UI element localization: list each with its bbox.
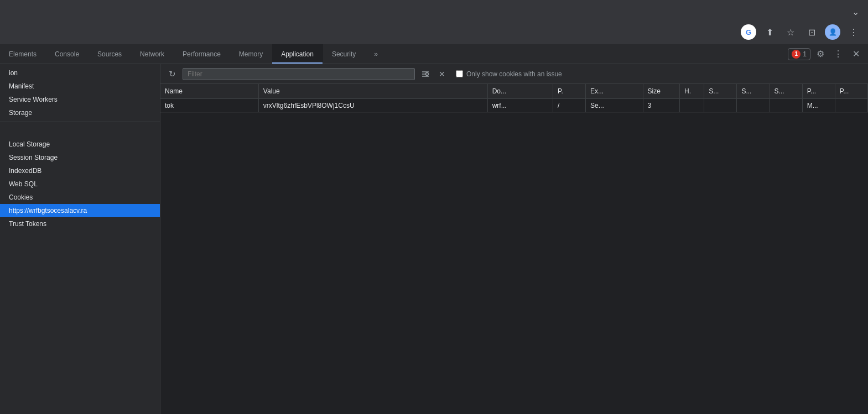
col-header-s2[interactable]: S... [737, 84, 770, 99]
sidebar: ion Manifest Service Workers Storage Loc… [0, 64, 160, 414]
sidebar-item-ion[interactable]: ion [0, 66, 160, 80]
cookies-data-table: Name Value Do... P. Ex... Size H. S... S… [160, 84, 868, 113]
main-content: ↻ ✕ Only show cookies with an issue [160, 64, 868, 414]
col-header-p1[interactable]: P... [802, 84, 835, 99]
cell-name: tok [160, 99, 258, 113]
sidebar-gap [0, 124, 160, 138]
sidebar-item-local-storage[interactable]: Local Storage [0, 138, 160, 151]
col-header-size[interactable]: Size [643, 84, 680, 99]
col-header-domain[interactable]: Do... [487, 84, 553, 99]
more-options-icon[interactable]: ⋮ [846, 24, 861, 40]
refresh-button[interactable]: ↻ [165, 67, 179, 81]
issue-filter-label[interactable]: Only show cookies with an issue [456, 70, 562, 78]
cell-value: vrxVltg6zhfEsbVPl8OWj1CcsU [258, 99, 487, 113]
col-header-path[interactable]: P. [553, 84, 585, 99]
tab-performance[interactable]: Performance [174, 44, 230, 64]
tab-application[interactable]: Application [272, 44, 323, 64]
clear-filter-button[interactable]: ✕ [436, 68, 448, 80]
filter-input[interactable] [183, 68, 415, 80]
issues-button[interactable]: 1 1 [788, 48, 810, 60]
col-header-name[interactable]: Name [160, 84, 258, 99]
cookies-toolbar: ↻ ✕ Only show cookies with an issue [160, 64, 868, 84]
tab-elements[interactable]: Elements [0, 44, 46, 64]
cell-h [680, 99, 704, 113]
devtools-more-icon[interactable]: ⋮ [830, 46, 846, 62]
devtools-body: ion Manifest Service Workers Storage Loc… [0, 64, 868, 414]
settings-icon[interactable]: ⚙ [813, 46, 828, 62]
cell-s [704, 99, 737, 113]
sidebar-item-web-sql[interactable]: Web SQL [0, 177, 160, 191]
layout-icon[interactable]: ⊡ [804, 24, 819, 40]
sidebar-item-storage[interactable]: Storage [0, 106, 160, 119]
table-header-row: Name Value Do... P. Ex... Size H. S... S… [160, 84, 868, 99]
bookmark-icon[interactable]: ☆ [783, 24, 798, 40]
sidebar-item-cookies[interactable]: Cookies [0, 191, 160, 204]
col-header-h[interactable]: H. [680, 84, 704, 99]
issue-count-label: 1 [803, 50, 807, 58]
tab-console[interactable]: Console [46, 44, 89, 64]
sidebar-item-session-storage[interactable]: Session Storage [0, 151, 160, 164]
browser-top-bar: ⌄ G ⬆ ☆ ⊡ 👤 ⋮ [0, 0, 868, 44]
tab-network[interactable]: Network [131, 44, 174, 64]
col-header-value[interactable]: Value [258, 84, 487, 99]
chevron-down-icon[interactable]: ⌄ [852, 7, 859, 17]
sidebar-item-manifest[interactable]: Manifest [0, 80, 160, 93]
devtools-tabs-bar: Elements Console Sources Network Perform… [0, 44, 868, 64]
filter-options-icon[interactable] [418, 67, 433, 81]
cell-path: / [553, 99, 585, 113]
col-header-s3[interactable]: S... [770, 84, 802, 99]
cell-s2 [737, 99, 770, 113]
cookies-table: Name Value Do... P. Ex... Size H. S... S… [160, 84, 868, 414]
issue-filter-checkbox[interactable] [456, 70, 463, 77]
sidebar-item-trust-tokens[interactable]: Trust Tokens [0, 217, 160, 230]
google-icon[interactable]: G [741, 24, 756, 40]
cell-p: M... [802, 99, 835, 113]
tab-security[interactable]: Security [323, 44, 365, 64]
sidebar-item-service-workers[interactable]: Service Workers [0, 93, 160, 106]
cell-expires: Se... [586, 99, 643, 113]
tab-more[interactable]: » [365, 44, 387, 64]
share-icon[interactable]: ⬆ [762, 24, 777, 40]
avatar[interactable]: 👤 [825, 24, 840, 40]
table-row[interactable]: tokvrxVltg6zhfEsbVPl8OWj1CcsUwrf.../Se..… [160, 99, 868, 113]
col-header-p2[interactable]: P... [835, 84, 867, 99]
col-header-s1[interactable]: S... [704, 84, 737, 99]
tab-sources[interactable]: Sources [89, 44, 131, 64]
sidebar-item-cookies-url[interactable]: https://wrfbgtsocesalacv.ra [0, 204, 160, 217]
col-header-expires[interactable]: Ex... [586, 84, 643, 99]
cell-domain: wrf... [487, 99, 553, 113]
issue-badge: 1 [792, 50, 801, 59]
devtools-toolbar-right: 1 1 ⚙ ⋮ ✕ [788, 44, 868, 64]
svg-point-3 [426, 72, 429, 75]
cell-p2 [835, 99, 867, 113]
tab-memory[interactable]: Memory [230, 44, 272, 64]
sidebar-divider-1 [0, 122, 160, 122]
cell-s3 [770, 99, 802, 113]
close-devtools-icon[interactable]: ✕ [848, 46, 864, 62]
cell-size: 3 [643, 99, 680, 113]
sidebar-item-indexed-db[interactable]: IndexedDB [0, 164, 160, 177]
